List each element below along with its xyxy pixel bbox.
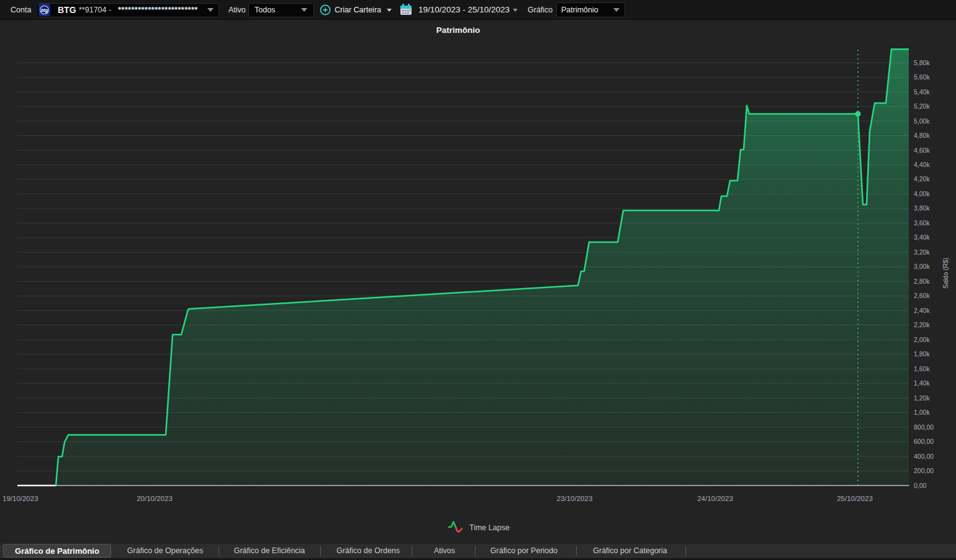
svg-text:3,20k: 3,20k	[914, 248, 930, 256]
svg-text:2,00k: 2,00k	[914, 336, 930, 343]
svg-text:Patrimônio: Patrimônio	[436, 25, 480, 35]
svg-text:Time Lapse: Time Lapse	[469, 523, 510, 532]
svg-text:25/10/2023: 25/10/2023	[837, 495, 873, 502]
svg-text:5,40k: 5,40k	[914, 88, 930, 96]
svg-text:3,80k: 3,80k	[914, 204, 930, 212]
svg-text:400,00: 400,00	[914, 453, 934, 460]
svg-text:24/10/2023: 24/10/2023	[697, 495, 733, 502]
svg-text:1,40k: 1,40k	[914, 379, 930, 387]
svg-text:5,80k: 5,80k	[914, 59, 930, 66]
svg-text:600,00: 600,00	[914, 438, 934, 445]
svg-text:5,60k: 5,60k	[914, 73, 930, 81]
svg-text:4,00k: 4,00k	[914, 190, 930, 197]
svg-text:3,00k: 3,00k	[914, 263, 930, 270]
svg-text:4,80k: 4,80k	[914, 132, 930, 139]
svg-text:4,60k: 4,60k	[914, 147, 930, 154]
svg-text:800,00: 800,00	[914, 423, 934, 431]
svg-text:2,40k: 2,40k	[914, 307, 930, 314]
svg-text:19/10/2023: 19/10/2023	[2, 495, 38, 502]
svg-text:3,60k: 3,60k	[914, 219, 930, 227]
svg-text:btg: btg	[41, 8, 48, 13]
svg-text:5,00k: 5,00k	[914, 117, 930, 125]
svg-text:4,20k: 4,20k	[914, 175, 930, 183]
svg-text:2,60k: 2,60k	[914, 292, 930, 299]
svg-text:1,60k: 1,60k	[914, 365, 930, 373]
svg-text:23/10/2023: 23/10/2023	[557, 495, 593, 502]
svg-text:Saldo (R$): Saldo (R$)	[942, 258, 949, 289]
svg-text:3,40k: 3,40k	[914, 233, 930, 241]
svg-text:2,20k: 2,20k	[914, 321, 930, 328]
svg-text:1,80k: 1,80k	[914, 350, 930, 358]
svg-text:0,00: 0,00	[914, 482, 927, 489]
svg-text:2,80k: 2,80k	[914, 278, 930, 285]
svg-text:200,00: 200,00	[914, 467, 934, 474]
svg-text:5,20k: 5,20k	[914, 102, 930, 110]
svg-text:1,00k: 1,00k	[914, 409, 930, 416]
svg-text:1,20k: 1,20k	[914, 394, 930, 402]
svg-text:20/10/2023: 20/10/2023	[137, 495, 173, 502]
svg-text:4,40k: 4,40k	[914, 161, 930, 168]
